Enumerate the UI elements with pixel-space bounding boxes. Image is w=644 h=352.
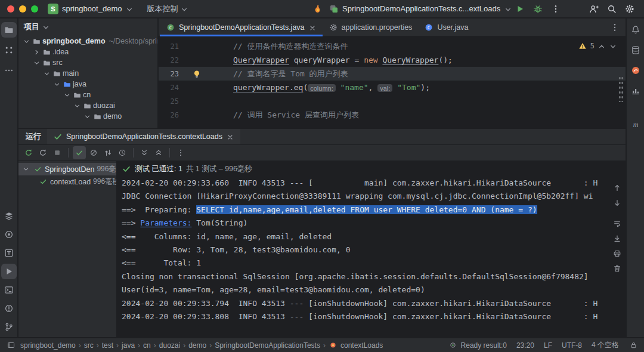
chevron-down-icon[interactable] [73, 101, 81, 110]
line-number[interactable]: 22 [159, 56, 187, 64]
run-button[interactable] [514, 3, 526, 15]
notifications-tool-button[interactable] [628, 22, 643, 38]
editor-tab[interactable]: CSpringbootDemoApplicationTests.java [160, 18, 323, 36]
endpoints-tool-button[interactable] [1, 227, 17, 242]
parameters-link[interactable]: Parameters: [140, 218, 191, 227]
more-tool-windows-tool-button[interactable] [1, 63, 17, 78]
ready-indicator[interactable]: Ready result:0 [448, 341, 507, 350]
sort-alphabetically-button[interactable] [101, 146, 114, 159]
maximize-window-button[interactable] [31, 5, 38, 13]
next-occurrence-button[interactable] [612, 197, 623, 208]
profiler-tool-button[interactable] [628, 83, 643, 98]
line-number[interactable]: 21 [159, 42, 187, 51]
project-tree-item[interactable]: main [18, 68, 157, 79]
soft-wrap-button[interactable] [612, 218, 623, 229]
file-encoding[interactable]: UTF-8 [562, 341, 582, 350]
sort-by-duration-button[interactable] [116, 146, 129, 159]
chevron-down-icon[interactable] [83, 112, 91, 121]
chevron-down-icon[interactable] [22, 37, 30, 45]
editor-tab[interactable]: CUser.java [418, 18, 474, 36]
chevron-down-icon[interactable] [52, 80, 61, 88]
breadcrumb-item[interactable]: cn [143, 341, 151, 350]
show-passed-button[interactable] [73, 146, 86, 159]
more-options-button[interactable] [174, 146, 187, 159]
rerun-failed-tests-button[interactable] [36, 146, 49, 159]
run-tool-button[interactable] [1, 264, 17, 279]
scroll-to-end-button[interactable] [612, 233, 623, 244]
settings-button[interactable] [624, 3, 636, 15]
project-tree-item[interactable]: src [18, 57, 157, 68]
code-line-23[interactable]: 23// 查询名字是 Tom 的用户列表 [159, 67, 626, 81]
chevron-right-icon[interactable] [32, 48, 41, 56]
breadcrumb-method[interactable]: contextLoads [329, 341, 383, 350]
services-tool-button[interactable] [1, 208, 17, 224]
caret-position[interactable]: 23:20 [516, 341, 534, 350]
run-tab[interactable]: SpringbootDemoApplicationTests.contextLo… [47, 129, 240, 144]
project-tree-item[interactable]: demo [18, 111, 157, 122]
debug-button[interactable] [532, 3, 544, 15]
structure-tool-button[interactable] [1, 42, 17, 58]
code-with-me-button[interactable] [588, 3, 600, 15]
code-line-24[interactable]: 24queryWrapper.eq(column: "name", val: "… [159, 81, 626, 94]
indent-style[interactable]: 4 个空格 [592, 340, 619, 350]
flame-icon[interactable] [311, 3, 323, 15]
version-control-tool-button[interactable] [1, 319, 17, 335]
project-tree-item[interactable]: cn [18, 89, 157, 100]
terminal-tool-button[interactable] [1, 282, 17, 298]
scrollbar-grip[interactable] [618, 76, 624, 102]
database-tool-button[interactable] [628, 42, 643, 58]
breadcrumb-item[interactable]: SpringbootDemoApplicationTests [215, 341, 320, 350]
prev-occurrence-button[interactable] [612, 183, 623, 193]
breadcrumb-item[interactable]: test [102, 341, 113, 350]
layout-widget-icon[interactable] [6, 341, 16, 350]
translation-tool-button[interactable] [1, 245, 17, 261]
maven-tool-button[interactable]: m [628, 116, 643, 132]
line-number[interactable]: 24 [159, 84, 187, 92]
close-icon[interactable] [226, 132, 234, 141]
vcs-widget[interactable]: 版本控制 [147, 4, 188, 14]
breadcrumb-item[interactable]: java [122, 341, 135, 350]
breadcrumb-item[interactable]: springboot_demo [20, 341, 76, 350]
test-tree-item[interactable]: SpringbootDen996毫秒 [18, 163, 116, 175]
line-number[interactable]: 26 [159, 111, 187, 119]
next-problem-button[interactable] [609, 42, 617, 50]
test-tree-item[interactable]: contextLoad996毫秒 [18, 175, 116, 188]
expand-all-button[interactable] [138, 146, 151, 159]
chevron-down-icon[interactable] [63, 91, 71, 99]
line-separator[interactable]: LF [544, 341, 552, 350]
intention-bulb-icon[interactable] [192, 69, 202, 79]
editor-tab[interactable]: application.properties [323, 18, 419, 36]
project-widget[interactable]: S springboot_demo [44, 2, 137, 16]
inspections-widget[interactable]: 5 [578, 41, 617, 51]
project-panel-header[interactable]: 项目 [18, 18, 157, 35]
minimize-window-button[interactable] [19, 5, 26, 13]
project-tree-item[interactable]: springboot_demo~/Desktop/springbo [18, 36, 157, 47]
line-number[interactable]: 23 [159, 70, 187, 78]
chevron-down-icon[interactable] [32, 58, 41, 67]
tool-window-title[interactable]: 运行 [18, 131, 47, 142]
project-tree-item[interactable]: .idea [18, 47, 157, 57]
line-number[interactable]: 25 [159, 97, 187, 106]
show-ignored-button[interactable] [87, 146, 100, 159]
breadcrumb-item[interactable]: duozai [159, 341, 180, 350]
search-everywhere-button[interactable] [606, 3, 618, 15]
plugin-tool-button[interactable] [628, 63, 643, 78]
code-line-26[interactable]: 26// 调用 Service 层查询用户列表 [159, 108, 626, 122]
close-icon[interactable] [308, 23, 317, 32]
tab-options-button[interactable] [604, 18, 626, 36]
prev-problem-button[interactable] [597, 42, 606, 50]
lock-icon[interactable] [628, 341, 638, 350]
more-actions-button[interactable] [550, 3, 562, 15]
clear-all-button[interactable] [612, 263, 623, 274]
run-config-selector[interactable]: SpringbootDemoApplicationTests.c...extLo… [329, 4, 508, 14]
collapse-all-button[interactable] [152, 146, 165, 159]
code-line-22[interactable]: 22QueryWrapper queryWrapper = new QueryW… [159, 53, 626, 67]
print-button[interactable] [612, 248, 623, 259]
chevron-down-icon[interactable] [21, 165, 30, 174]
rerun-tests-button[interactable] [22, 146, 35, 159]
chevron-down-icon[interactable] [42, 69, 51, 78]
close-window-button[interactable] [7, 5, 14, 13]
code-editor[interactable]: 21// 使用条件构造器构造查询条件22QueryWrapper queryWr… [159, 36, 626, 128]
breadcrumb-item[interactable]: src [84, 341, 94, 350]
code-line-21[interactable]: 21// 使用条件构造器构造查询条件 [159, 39, 626, 53]
